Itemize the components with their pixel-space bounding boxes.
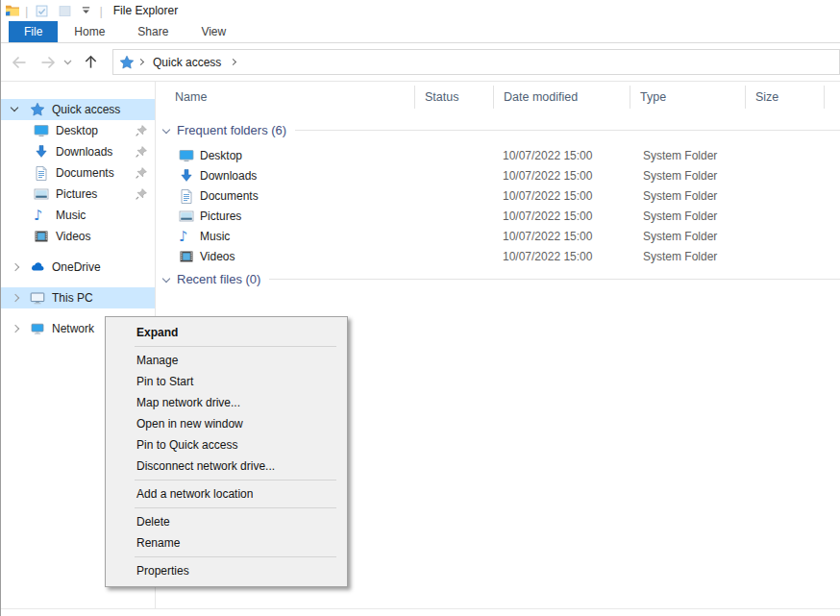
- sidebar-item[interactable]: Downloads: [1, 141, 155, 162]
- sidebar-item[interactable]: Pictures: [1, 184, 155, 205]
- frequent-folders-list: Desktop 10/07/2022 15:00 System Folder D…: [156, 145, 840, 266]
- downloads-icon: [34, 144, 49, 160]
- address-bar[interactable]: Quick access: [112, 49, 840, 75]
- downloads-icon: [179, 168, 194, 184]
- folder-row[interactable]: Desktop 10/07/2022 15:00 System Folder: [156, 145, 840, 165]
- forward-arrow-icon[interactable]: [36, 50, 61, 75]
- column-header[interactable]: Type: [630, 86, 746, 109]
- folder-row[interactable]: Documents 10/07/2022 15:00 System Folder: [156, 185, 840, 206]
- back-arrow-icon[interactable]: [7, 50, 32, 75]
- context-menu-item[interactable]: Properties: [106, 560, 347, 581]
- breadcrumb-chevron-icon[interactable]: [137, 59, 144, 65]
- menu-separator: [135, 346, 336, 347]
- column-header[interactable]: Status: [415, 86, 494, 109]
- context-menu-item[interactable]: Pin to Quick access: [106, 434, 347, 456]
- sidebar-item[interactable]: ♪ Music: [1, 205, 155, 226]
- sidebar-item[interactable]: This PC: [1, 287, 155, 308]
- group-divider: [269, 279, 840, 280]
- column-header[interactable]: Name: [156, 86, 415, 109]
- folder-row[interactable]: Downloads 10/07/2022 15:00 System Folder: [156, 165, 840, 185]
- music-icon: ♪: [179, 229, 194, 244]
- window-title: File Explorer: [113, 4, 178, 17]
- new-folder-disabled-icon: [56, 2, 73, 19]
- qat-separator: |: [25, 4, 28, 18]
- documents-icon: [34, 165, 49, 181]
- history-chevron-icon[interactable]: [61, 50, 74, 75]
- context-menu-item[interactable]: Map network drive...: [106, 392, 347, 413]
- explorer-folder-icon: [5, 3, 20, 18]
- videos-icon: [34, 229, 49, 244]
- quick-access-star-icon: [30, 102, 45, 117]
- frequent-folders-group-header[interactable]: Frequent folders (6): [163, 123, 840, 137]
- context-menu-item[interactable]: Open in new window: [106, 413, 347, 434]
- music-icon: ♪: [34, 208, 49, 223]
- pin-icon: [135, 145, 148, 159]
- properties-check-icon[interactable]: [33, 2, 50, 19]
- sidebar-item[interactable]: Documents: [1, 162, 155, 184]
- file-explorer-window: | | File Explorer FileHomeShareView Quic…: [0, 0, 840, 616]
- breadcrumb-chevron-icon[interactable]: [230, 59, 236, 65]
- sidebar-item[interactable]: Desktop: [1, 120, 155, 141]
- pin-icon: [135, 124, 148, 137]
- context-menu-item[interactable]: Delete: [106, 511, 347, 532]
- folder-row[interactable]: Pictures 10/07/2022 15:00 System Folder: [156, 206, 840, 226]
- network-icon: [30, 321, 45, 336]
- desktop-icon: [179, 148, 194, 163]
- this-pc-icon: [30, 290, 45, 306]
- menu-separator: [135, 556, 336, 557]
- context-menu-item[interactable]: Manage: [106, 350, 347, 371]
- quick-access-star-icon: [119, 55, 135, 70]
- pin-icon: [135, 187, 148, 201]
- group-divider: [295, 130, 840, 131]
- context-menu-item[interactable]: Pin to Start: [106, 371, 347, 392]
- title-bar: | | File Explorer: [1, 0, 840, 21]
- expand-chevron-icon[interactable]: [12, 294, 19, 302]
- expand-chevron-icon[interactable]: [12, 325, 19, 333]
- folder-row[interactable]: ♪ Music 10/07/2022 15:00 System Folder: [156, 226, 840, 246]
- folder-row[interactable]: Videos 10/07/2022 15:00 System Folder: [156, 246, 840, 266]
- menu-separator: [135, 480, 336, 480]
- videos-icon: [179, 249, 194, 264]
- pictures-icon: [34, 186, 49, 202]
- column-header[interactable]: Date modified: [494, 86, 630, 109]
- ribbon-tabs: FileHomeShareView: [1, 21, 840, 43]
- status-bar: [1, 608, 840, 616]
- context-menu-item[interactable]: Rename: [106, 532, 347, 554]
- pin-icon: [135, 166, 148, 180]
- ribbon-tab[interactable]: View: [185, 21, 242, 42]
- expand-chevron-icon[interactable]: [12, 263, 19, 271]
- pictures-icon: [179, 209, 194, 224]
- qat-dropdown-icon[interactable]: [77, 2, 94, 19]
- qat-separator: |: [99, 4, 102, 18]
- context-menu-item[interactable]: Expand: [106, 322, 347, 343]
- ribbon-tab[interactable]: File: [9, 21, 58, 42]
- sidebar-item[interactable]: Videos: [1, 226, 155, 247]
- ribbon-tab[interactable]: Home: [58, 21, 121, 42]
- navigation-bar: Quick access: [1, 43, 840, 82]
- ribbon-tab[interactable]: Share: [121, 21, 185, 42]
- menu-separator: [135, 507, 336, 508]
- sidebar-item[interactable]: Quick access: [1, 99, 155, 120]
- column-header[interactable]: Size: [746, 86, 825, 109]
- up-arrow-icon[interactable]: [78, 50, 103, 75]
- desktop-icon: [34, 123, 49, 138]
- context-menu: ExpandManagePin to StartMap network driv…: [105, 316, 348, 587]
- documents-icon: [179, 188, 194, 204]
- sidebar-item[interactable]: OneDrive: [1, 257, 155, 278]
- context-menu-item[interactable]: Add a network location: [106, 483, 347, 505]
- recent-files-group-header[interactable]: Recent files (0): [163, 272, 840, 286]
- breadcrumb-segment[interactable]: Quick access: [147, 56, 227, 69]
- onedrive-icon: [30, 259, 45, 275]
- context-menu-item[interactable]: Disconnect network drive...: [106, 456, 347, 477]
- column-headers: NameStatusDate modifiedTypeSize: [156, 84, 840, 111]
- expand-chevron-icon[interactable]: [11, 104, 18, 111]
- group-chevron-icon[interactable]: [162, 125, 170, 133]
- group-chevron-icon[interactable]: [162, 274, 170, 282]
